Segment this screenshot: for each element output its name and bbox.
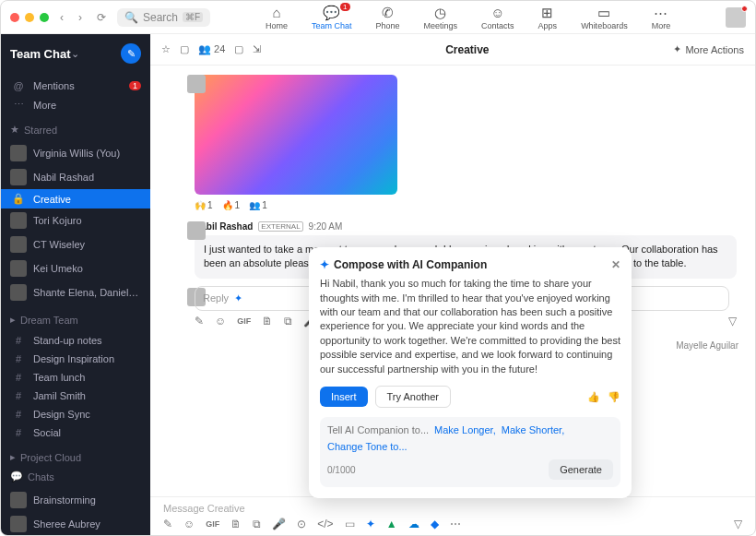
try-another-button[interactable]: Try Another [375, 386, 451, 408]
nav-meetings[interactable]: ◷Meetings [424, 5, 458, 30]
sidebar-item[interactable]: #Social [1, 423, 150, 442]
star-icon[interactable]: ☆ [161, 43, 171, 55]
sidebar-item[interactable]: #Design Sync [1, 405, 150, 423]
app-icon[interactable]: ◆ [431, 518, 439, 530]
search-input[interactable]: 🔍 Search ⌘F [117, 8, 210, 27]
user-avatar[interactable] [726, 7, 746, 28]
project-heading[interactable]: ▸Project Cloud [1, 446, 150, 465]
folder-icon: ▸ [10, 314, 16, 326]
bookmark-icon[interactable]: ▢ [180, 43, 189, 55]
reaction[interactable]: 🙌1 [195, 200, 213, 210]
format-icon[interactable]: ✎ [163, 518, 172, 530]
nav-home[interactable]: ⌂Home [266, 5, 288, 30]
format-icon[interactable]: ✎ [195, 315, 204, 328]
gif-icon[interactable]: GIF [206, 519, 219, 529]
compose-button[interactable]: ✎ [121, 43, 141, 64]
screenshot-icon[interactable]: ⧉ [284, 315, 292, 328]
more-actions-button[interactable]: ✦More Actions [673, 43, 744, 55]
sidebar-item[interactable]: #Jamil Smith [1, 387, 150, 405]
nav-phone[interactable]: ✆Phone [376, 5, 400, 30]
ai-generated-text: Hi Nabil, thank you so much for taking t… [320, 277, 620, 376]
file-icon[interactable]: 🗎 [262, 315, 273, 328]
starred-heading[interactable]: ★Starred [1, 118, 150, 137]
sidebar-item[interactable]: Brainstorming [1, 488, 150, 512]
filter-icon[interactable]: ▽ [728, 315, 737, 328]
sidebar-item[interactable]: Virginia Willis (You) [1, 141, 150, 165]
reaction[interactable]: 👥1 [249, 200, 267, 210]
nav-contacts[interactable]: ☺Contacts [481, 5, 514, 30]
screen-icon[interactable]: ▭ [345, 518, 355, 530]
hash-icon: # [10, 353, 27, 364]
audio-icon[interactable]: 🎤 [272, 518, 286, 530]
nav-apps[interactable]: ⊞Apps [538, 5, 558, 30]
sidebar-item[interactable]: Nabil Rashad [1, 165, 150, 189]
emoji-icon[interactable]: ☺ [183, 518, 195, 530]
generate-button[interactable]: Generate [549, 459, 613, 480]
dream-heading[interactable]: ▸Dream Team [1, 308, 150, 328]
sidebar-item[interactable]: #Stand-up notes [1, 331, 150, 350]
minimize-window[interactable] [25, 13, 34, 22]
folder-icon: ▸ [10, 451, 16, 463]
chevron-down-icon[interactable]: ⌄ [71, 48, 79, 60]
home-icon: ⌂ [272, 5, 280, 21]
chat-header: ☆ ▢ 👥 24 ▢ ⇲ Creative ✦More Actions [150, 34, 755, 66]
emoji-icon[interactable]: ☺ [215, 315, 226, 328]
lock-icon: 🔒 [10, 193, 27, 205]
sidebar-item[interactable]: CT Wiseley [1, 232, 150, 256]
nav-whiteboards[interactable]: ▭Whiteboards [581, 5, 628, 30]
close-icon[interactable]: ✕ [611, 258, 620, 271]
thumbs-down-icon[interactable]: 👎 [608, 391, 620, 403]
sidebar-item[interactable]: #Team lunch [1, 368, 150, 387]
ai-suggestion[interactable]: Change Tone to... [327, 441, 408, 452]
sidebar-item[interactable]: Tori Kojuro [1, 208, 150, 232]
composer-input[interactable]: Message Creative [163, 501, 742, 518]
chat-icon: 💬 [10, 470, 23, 482]
search-shortcut: ⌘F [183, 12, 203, 22]
sidebar-more[interactable]: ⋯More [1, 95, 150, 114]
ai-instruction-box: Tell AI Companion to... Make Longer, Mak… [320, 417, 620, 487]
maximize-window[interactable] [40, 13, 49, 22]
sidebar-mentions[interactable]: @Mentions1 [1, 77, 150, 95]
ai-suggestion[interactable]: Make Shorter, [502, 424, 564, 435]
nav-forward[interactable]: › [75, 11, 86, 24]
insert-button[interactable]: Insert [320, 387, 368, 407]
ai-suggestion[interactable]: Make Longer, [434, 424, 496, 435]
more-icon[interactable]: ⋯ [450, 518, 461, 530]
chat-title: Creative [270, 43, 664, 56]
nav-team-chat[interactable]: 💬Team Chat1 [312, 5, 352, 30]
nav-back[interactable]: ‹ [56, 11, 67, 24]
gear-icon: ✦ [673, 43, 681, 55]
attached-image[interactable] [195, 75, 397, 195]
video-icon[interactable]: ▢ [234, 43, 243, 55]
nav-more[interactable]: ⋯More [652, 5, 671, 30]
sparkle-icon[interactable]: ✦ [366, 518, 375, 530]
sidebar: Team Chat ⌄ ✎ @Mentions1 ⋯More ★Starred … [1, 34, 150, 535]
members-count[interactable]: 👥 24 [198, 43, 225, 55]
sparkle-icon[interactable]: ✦ [234, 292, 242, 304]
gif-icon[interactable]: GIF [237, 316, 251, 326]
thumbs-up-icon[interactable]: 👍 [587, 391, 600, 403]
drive-icon[interactable]: ▲ [386, 518, 397, 530]
sidebar-item[interactable]: Kei Umeko [1, 256, 150, 280]
sidebar-item[interactable]: #Design Inspiration [1, 350, 150, 368]
filter-icon[interactable]: ▽ [734, 518, 742, 530]
file-icon[interactable]: 🗎 [230, 518, 242, 530]
sidebar-item[interactable]: Shante Elena, Daniel Bow... [1, 280, 150, 304]
avatar [10, 145, 27, 161]
chats-heading[interactable]: 💬Chats [1, 465, 150, 484]
avatar [187, 75, 206, 93]
video-icon[interactable]: ⊙ [297, 518, 306, 530]
close-window[interactable] [10, 13, 19, 22]
apps-icon: ⊞ [541, 5, 553, 21]
sidebar-item[interactable]: 🔒Creative [1, 189, 150, 208]
screenshot-icon[interactable]: ⧉ [253, 518, 261, 530]
cloud-icon[interactable]: ☁ [408, 518, 419, 530]
avatar [10, 236, 27, 253]
link-icon[interactable]: ⇲ [253, 43, 261, 55]
avatar [10, 284, 27, 301]
code-icon[interactable]: </> [317, 518, 333, 530]
sidebar-item[interactable]: Sheree Aubrey [1, 512, 150, 535]
content-area: ☆ ▢ 👥 24 ▢ ⇲ Creative ✦More Actions 🙌1 🔥… [150, 34, 755, 535]
refresh-icon[interactable]: ⟳ [93, 11, 110, 24]
reaction[interactable]: 🔥1 [222, 200, 241, 210]
